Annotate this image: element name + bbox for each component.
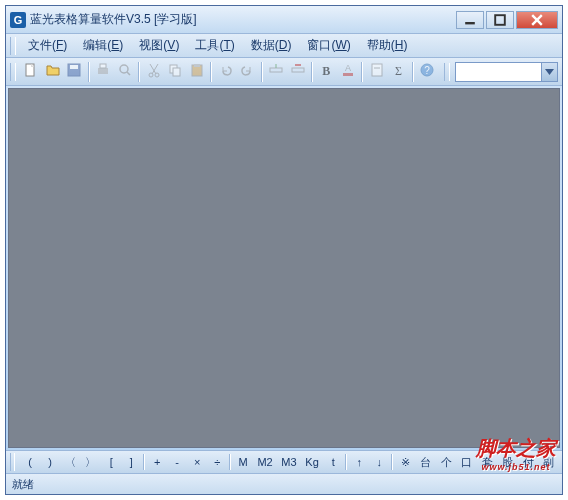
sym-rangle[interactable]: 〉: [82, 453, 101, 471]
app-icon: G: [10, 12, 26, 28]
menu-tools[interactable]: 工具(T): [187, 35, 242, 56]
insert-row-button[interactable]: [266, 61, 287, 83]
preview-button[interactable]: [114, 61, 135, 83]
sym-down[interactable]: ↓: [370, 453, 388, 471]
open-folder-icon: [45, 62, 61, 81]
unit-m2[interactable]: M2: [254, 453, 276, 471]
help-button[interactable]: ?: [417, 61, 438, 83]
menubar-handle[interactable]: [10, 37, 16, 55]
svg-line-10: [127, 72, 130, 75]
print-icon: [95, 62, 111, 81]
sym-up[interactable]: ↑: [350, 453, 368, 471]
sym-divide[interactable]: ÷: [208, 453, 226, 471]
sym-rbracket[interactable]: ]: [122, 453, 140, 471]
cut-icon: [146, 62, 162, 81]
copy-icon: [167, 62, 183, 81]
toolbar-combo[interactable]: [455, 62, 558, 82]
delete-row-button[interactable]: [287, 61, 308, 83]
svg-point-9: [120, 65, 128, 73]
toolbar-separator: [210, 62, 212, 82]
menu-view[interactable]: 视图(V): [131, 35, 187, 56]
new-file-icon: [23, 62, 39, 81]
paste-button[interactable]: [187, 61, 208, 83]
save-button[interactable]: [64, 61, 85, 83]
undo-button[interactable]: [215, 61, 236, 83]
unit-t[interactable]: t: [324, 453, 342, 471]
sym-minus[interactable]: -: [168, 453, 186, 471]
close-button[interactable]: [516, 11, 558, 29]
menu-edit[interactable]: 编辑(E): [75, 35, 131, 56]
unit-ge[interactable]: 个: [437, 453, 456, 471]
unit-kou[interactable]: 口: [457, 453, 476, 471]
toolbar-separator: [361, 62, 363, 82]
calc-button[interactable]: [366, 61, 387, 83]
menu-file[interactable]: 文件(F): [20, 35, 75, 56]
svg-rect-19: [270, 68, 282, 72]
copy-button[interactable]: [165, 61, 186, 83]
svg-rect-21: [292, 68, 304, 72]
unit-gu[interactable]: 股: [498, 453, 517, 471]
unit-tai[interactable]: 台: [416, 453, 435, 471]
calc-icon: [369, 62, 385, 81]
svg-rect-18: [194, 64, 200, 67]
maximize-button[interactable]: [486, 11, 514, 29]
sum-button[interactable]: Σ: [388, 61, 409, 83]
toolbar-separator: [391, 454, 393, 470]
unit-tao[interactable]: 套: [478, 453, 497, 471]
delete-row-icon: [290, 62, 306, 81]
toolbar-separator: [229, 454, 231, 470]
svg-rect-6: [70, 65, 78, 69]
sym-rparen[interactable]: ): [41, 453, 59, 471]
new-button[interactable]: [21, 61, 42, 83]
sym-langle[interactable]: 〈: [61, 453, 80, 471]
insert-row-icon: [268, 62, 284, 81]
help-icon: ?: [419, 62, 435, 81]
status-text: 就绪: [12, 477, 34, 492]
svg-text:?: ?: [424, 65, 430, 76]
redo-icon: [239, 62, 255, 81]
paste-icon: [189, 62, 205, 81]
unit-m3[interactable]: M3: [278, 453, 300, 471]
print-button[interactable]: [93, 61, 114, 83]
minimize-button[interactable]: [456, 11, 484, 29]
svg-rect-23: [343, 73, 353, 76]
menu-window[interactable]: 窗口(W): [299, 35, 358, 56]
sum-icon: Σ: [395, 64, 402, 79]
svg-point-13: [149, 73, 153, 77]
sym-lbracket[interactable]: [: [102, 453, 120, 471]
svg-rect-7: [98, 68, 108, 74]
cut-button[interactable]: [143, 61, 164, 83]
menu-help[interactable]: 帮助(H): [359, 35, 416, 56]
menubar: 文件(F) 编辑(E) 视图(V) 工具(T) 数据(D) 窗口(W) 帮助(H…: [6, 34, 562, 58]
svg-point-14: [155, 73, 159, 77]
color-button[interactable]: A: [338, 61, 359, 83]
toolbar-separator: [412, 62, 414, 82]
sym-plus[interactable]: +: [148, 453, 166, 471]
undo-icon: [218, 62, 234, 81]
open-button[interactable]: [42, 61, 63, 83]
symbol-toolbar-handle[interactable]: [10, 453, 15, 471]
unit-fu[interactable]: 付: [519, 453, 538, 471]
unit-m[interactable]: M: [234, 453, 252, 471]
redo-button[interactable]: [237, 61, 258, 83]
unit-kg[interactable]: Kg: [302, 453, 322, 471]
toolbar-separator: [88, 62, 90, 82]
toolbar-handle-2[interactable]: [444, 63, 450, 81]
toolbar-separator: [138, 62, 140, 82]
bold-icon: B: [322, 64, 330, 79]
app-window: G 蓝光表格算量软件V3.5 [学习版] 文件(F) 编辑(E) 视图(V) 工…: [5, 5, 563, 495]
svg-rect-8: [100, 64, 106, 68]
svg-rect-1: [495, 15, 505, 25]
toolbar-separator: [311, 62, 313, 82]
bold-button[interactable]: B: [316, 61, 337, 83]
color-icon: A: [340, 62, 356, 81]
sym-star[interactable]: ※: [396, 453, 414, 471]
toolbar-separator: [261, 62, 263, 82]
sym-multiply[interactable]: ×: [188, 453, 206, 471]
menu-data[interactable]: 数据(D): [243, 35, 300, 56]
unit-fu2[interactable]: 副: [539, 453, 558, 471]
toolbar-handle[interactable]: [10, 63, 16, 81]
sym-lparen[interactable]: (: [21, 453, 39, 471]
svg-rect-16: [173, 68, 180, 76]
chevron-down-icon: [541, 63, 557, 81]
